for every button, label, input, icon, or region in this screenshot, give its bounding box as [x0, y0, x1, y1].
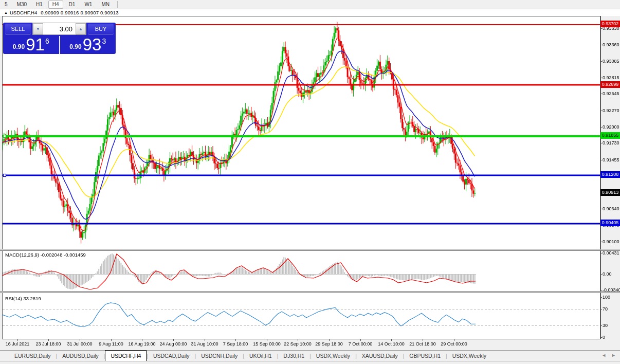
date-tick-mark — [235, 339, 236, 341]
date-tick-label: 16 Aug 19:00 — [128, 341, 155, 347]
timeframe-buttons: 5M30H1H4D1W1MN — [0, 1, 114, 9]
macd-label: MACD(12,26,9) -0.002048 -0.001459 — [5, 252, 86, 258]
price-tick-mark — [600, 209, 602, 209]
indicator-tick-mark — [600, 309, 602, 310]
rsi-name: RSI(14) — [5, 296, 22, 301]
date-tick-mark — [329, 339, 330, 341]
date-tick-mark — [111, 339, 112, 341]
ohlc-quote: 0.90909 0.90916 0.90907 0.90913 — [41, 10, 118, 15]
date-tick-mark — [423, 339, 423, 341]
price-level-badge: 0.90405 — [600, 220, 620, 226]
price-tick-mark — [600, 143, 602, 143]
date-tick-label: 31 Jul 00:00 — [67, 341, 92, 347]
buy-price-big: 93 — [83, 37, 102, 52]
price-level-badge: 0.93702 — [600, 21, 620, 27]
timeframe-mn[interactable]: MN — [98, 1, 113, 9]
sell-price-prefix: 0.90 — [13, 43, 25, 50]
indicator-tick-mark — [600, 297, 602, 298]
price-level-badge: 0.91208 — [600, 171, 620, 178]
price-tick-label: 0.93085 — [603, 59, 619, 64]
date-tick-label: 7 Sep 18:00 — [223, 341, 248, 347]
sell-price[interactable]: 0.90 91 6 — [3, 35, 59, 54]
indicator-tick-label: 0.00 — [603, 271, 612, 277]
price-tick-label: 0.91730 — [603, 140, 619, 145]
date-tick-label: 16 Jul 2021 — [6, 341, 30, 347]
one-click-trade-panel: SELL ▼ ▲ BUY 0.90 91 6 0.90 93 3 — [3, 23, 116, 54]
sell-button[interactable]: SELL — [5, 24, 31, 34]
price-level-badge: 0.92699 — [600, 81, 620, 88]
timeframe-5[interactable]: 5 — [1, 1, 11, 9]
date-axis[interactable]: 16 Jul 202123 Jul 18:0031 Jul 00:009 Aug… — [0, 339, 620, 350]
price-level-badge: 0.91855 — [600, 132, 620, 139]
tab-gbpusd-h1[interactable]: GBPUSD,H1 — [404, 351, 446, 361]
tab-usdcnh-daily[interactable]: USDCNH,Daily — [196, 351, 243, 361]
price-tick-mark — [600, 78, 602, 78]
rsi-label: RSI(14) 33.2819 — [5, 296, 41, 301]
symbol-tab-bar: EURUSD,Daily|AUDUSD,Daily|USDCHF,H4|USDC… — [0, 351, 620, 361]
date-tick-mark — [80, 339, 80, 341]
price-tick-label: 0.90640 — [603, 206, 619, 211]
date-tick-label: 29 Oct 00:00 — [441, 341, 467, 347]
price-tick-mark — [600, 127, 602, 128]
date-tick-mark — [142, 339, 142, 341]
timeframe-w1[interactable]: W1 — [81, 1, 96, 9]
timeframe-h4[interactable]: H4 — [48, 1, 63, 9]
tab-ukoil-h1[interactable]: UKOil,H1 — [244, 351, 277, 361]
indicator-tick-mark — [600, 325, 602, 326]
rsi-panel-canvas[interactable] — [2, 293, 601, 339]
buy-price[interactable]: 0.90 93 3 — [60, 35, 116, 54]
sell-price-big: 91 — [26, 37, 45, 52]
indicator-tick-mark — [600, 274, 602, 275]
date-tick-mark — [454, 339, 454, 341]
tab-audusd-daily[interactable]: AUDUSD,Daily — [57, 351, 104, 361]
buy-price-prefix: 0.90 — [69, 43, 81, 50]
macd-name: MACD(12,26,9) — [5, 252, 39, 258]
price-tick-label: 0.91455 — [603, 157, 619, 162]
indicator-tick-mark — [600, 337, 602, 338]
volume-input[interactable] — [43, 23, 76, 34]
price-tick-mark — [600, 242, 602, 242]
tab-usdcad-daily[interactable]: USDCAD,Daily — [148, 351, 195, 361]
chart-header: ▲ USDCHF,H4 0.90909 0.90916 0.90907 0.90… — [0, 9, 620, 16]
tab-usdchf-h4[interactable]: USDCHF,H4 — [105, 350, 147, 361]
price-tick-label: 0.93360 — [603, 42, 619, 47]
price-tick-label: 0.92000 — [603, 124, 619, 130]
price-tick-mark — [600, 111, 602, 111]
indicator-tick-label: 30 — [603, 323, 608, 328]
timeframe-d1[interactable]: D1 — [65, 1, 79, 9]
macd-panel-canvas[interactable] — [2, 251, 601, 291]
indicator-tick-label: -0.003405 — [603, 287, 620, 293]
tab-dj30-h1[interactable]: DJ30,H1 — [278, 351, 309, 361]
tab-scroll-right-icon[interactable]: ► — [611, 353, 616, 358]
date-tick-label: 24 Aug 00:00 — [159, 341, 187, 347]
trading-platform-window: 5M30H1H4D1W1MN ▲ USDCHF,H4 0.90909 0.909… — [0, 0, 620, 364]
tab-usdx-weekly[interactable]: USDX,Weekly — [447, 351, 491, 361]
date-tick-label: 21 Oct 18:00 — [409, 341, 436, 347]
indicator-tick-label: 100 — [603, 295, 610, 300]
buy-button[interactable]: BUY — [88, 24, 114, 34]
price-tick-mark — [600, 45, 602, 45]
tab-xauusd-daily[interactable]: XAUUSD,Daily — [357, 351, 403, 361]
volume-decrease-icon[interactable]: ▼ — [33, 23, 43, 34]
date-tick-label: 29 Sep 18:00 — [315, 341, 343, 347]
tab-usdx-weekly[interactable]: USDX,Weekly — [311, 351, 355, 361]
tab-eurusd-daily[interactable]: EURUSD,Daily — [9, 351, 56, 361]
collapse-chart-icon[interactable]: ▲ — [4, 11, 8, 14]
volume-increase-icon[interactable]: ▲ — [76, 23, 86, 34]
price-tick-label: 0.90100 — [603, 239, 619, 244]
price-tick-label: 0.92815 — [603, 75, 619, 80]
date-tick-mark — [298, 339, 298, 341]
price-level-badge: 0.90913 — [600, 189, 620, 196]
sell-price-pip: 6 — [45, 37, 49, 45]
date-tick-label: 14 Oct 10:00 — [378, 341, 405, 347]
date-tick-label: 9 Aug 11:00 — [99, 341, 123, 347]
tab-scroll-left-icon[interactable]: ◄ — [601, 353, 606, 358]
date-tick-mark — [48, 339, 49, 341]
price-tick-mark — [600, 28, 602, 29]
buy-price-pip: 3 — [102, 37, 106, 45]
price-tick-mark — [600, 94, 602, 94]
timeframe-h1[interactable]: H1 — [32, 1, 46, 9]
timeframe-m30[interactable]: M30 — [13, 1, 30, 9]
macd-values: -0.002048 -0.001459 — [41, 252, 86, 258]
toolbar-divider — [117, 1, 118, 8]
